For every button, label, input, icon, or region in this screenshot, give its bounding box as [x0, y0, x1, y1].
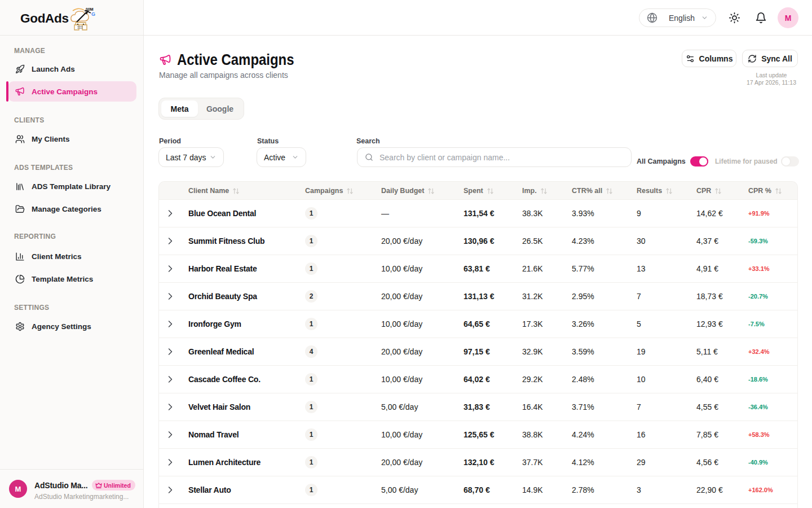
svg-text:G: G: [91, 11, 95, 17]
